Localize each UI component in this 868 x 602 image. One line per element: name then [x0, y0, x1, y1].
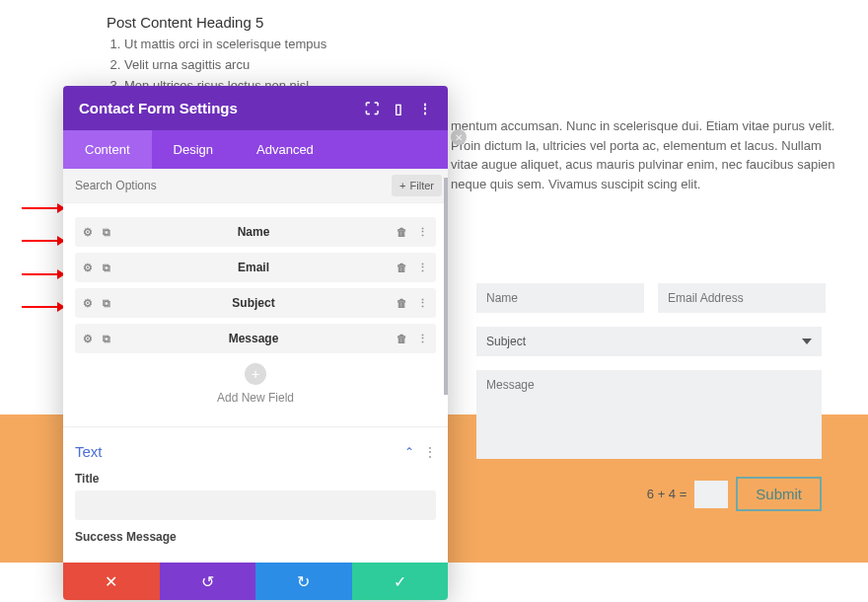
name-field[interactable]: [476, 283, 644, 313]
expand-icon[interactable]: ⛶: [365, 101, 379, 116]
cancel-button[interactable]: ✕: [63, 563, 160, 600]
chevron-down-icon: [802, 339, 812, 344]
page-content: Post Content Heading 5 Ut mattis orci in…: [0, 0, 868, 96]
panel-footer: ✕ ↺ ↻ ✓: [63, 563, 448, 600]
trash-icon[interactable]: 🗑: [397, 333, 407, 345]
list-item: Ut mattis orci in scelerisque tempus: [124, 35, 868, 55]
lorem-text: mentum accumsan. Nunc in scelerisque dui…: [451, 116, 838, 193]
trash-icon[interactable]: 🗑: [397, 262, 407, 274]
captcha-label: 6 + 4 =: [647, 487, 687, 501]
text-section-header[interactable]: Text ⌃ ⋮: [75, 443, 436, 460]
dots-icon[interactable]: ⋮: [417, 226, 428, 239]
arrow-icon: [22, 240, 63, 242]
add-field-label: Add New Field: [75, 391, 436, 405]
check-icon: ✓: [394, 572, 406, 591]
undo-button[interactable]: ↺: [160, 563, 256, 600]
field-label: Email: [110, 261, 397, 274]
dots-icon[interactable]: ⋮: [418, 101, 432, 116]
gear-icon[interactable]: ⚙: [83, 226, 93, 239]
success-message-label: Success Message: [75, 530, 436, 544]
save-button[interactable]: ✓: [352, 563, 449, 600]
subject-select[interactable]: Subject: [476, 327, 822, 356]
trash-icon[interactable]: 🗑: [397, 226, 407, 239]
field-row-name[interactable]: ⚙ ⧉ Name 🗑 ⋮: [75, 217, 436, 247]
copy-icon[interactable]: ⧉: [103, 297, 110, 310]
scrollbar[interactable]: [444, 178, 448, 395]
list-item: Velit urna sagittis arcu: [124, 55, 868, 76]
trash-icon[interactable]: 🗑: [397, 297, 407, 310]
close-icon: ✕: [105, 572, 117, 591]
field-row-subject[interactable]: ⚙ ⧉ Subject 🗑 ⋮: [75, 288, 436, 318]
redo-button[interactable]: ↻: [255, 563, 352, 600]
search-row: + Filter: [63, 169, 448, 203]
panel-title: Contact Form Settings: [79, 100, 238, 116]
dots-icon[interactable]: ⋮: [417, 262, 428, 274]
settings-panel: Contact Form Settings ⛶ ▯ ⋮ Content Desi…: [63, 86, 448, 600]
search-input[interactable]: [63, 169, 392, 202]
gear-icon[interactable]: ⚙: [83, 297, 93, 310]
subject-placeholder: Subject: [486, 335, 526, 348]
plus-icon: +: [399, 180, 405, 191]
field-label: Subject: [110, 296, 397, 310]
plus-icon[interactable]: +: [245, 363, 266, 385]
drag-icon[interactable]: ▯: [395, 101, 402, 116]
page-title: Post Content Heading 5: [107, 14, 868, 31]
title-label: Title: [75, 472, 436, 486]
dots-icon[interactable]: ⋮: [417, 333, 428, 345]
tab-content[interactable]: Content: [63, 130, 152, 169]
field-label: Message: [110, 332, 397, 345]
submit-button[interactable]: Submit: [736, 477, 822, 511]
dots-icon[interactable]: ⋮: [424, 445, 436, 459]
captcha-input[interactable]: [694, 481, 728, 508]
filter-label: Filter: [410, 180, 434, 191]
text-section-title: Text: [75, 443, 103, 460]
tab-design[interactable]: Design: [152, 130, 235, 169]
text-section: Text ⌃ ⋮ Title Success Message: [63, 437, 448, 563]
copy-icon[interactable]: ⧉: [103, 226, 110, 239]
email-field[interactable]: [658, 283, 826, 313]
title-input[interactable]: [75, 490, 436, 520]
copy-icon[interactable]: ⧉: [103, 333, 110, 345]
close-icon[interactable]: ✕: [451, 129, 467, 145]
add-field[interactable]: + Add New Field: [75, 363, 436, 405]
arrow-icon: [22, 207, 63, 209]
gear-icon[interactable]: ⚙: [83, 333, 93, 345]
divider: [63, 426, 448, 427]
redo-icon: ↻: [297, 572, 310, 591]
contact-form-preview: Subject 6 + 4 = Submit: [476, 283, 822, 511]
copy-icon[interactable]: ⧉: [103, 262, 110, 274]
gear-icon[interactable]: ⚙: [83, 262, 93, 274]
field-row-message[interactable]: ⚙ ⧉ Message 🗑 ⋮: [75, 324, 436, 353]
panel-header[interactable]: Contact Form Settings ⛶ ▯ ⋮: [63, 86, 448, 130]
fields-list: ⚙ ⧉ Name 🗑 ⋮ ⚙ ⧉ Email 🗑 ⋮ ⚙ ⧉: [63, 203, 448, 420]
arrow-icon: [22, 273, 63, 275]
message-field[interactable]: [476, 370, 822, 459]
undo-icon: ↺: [201, 572, 214, 591]
tab-advanced[interactable]: Advanced: [235, 130, 335, 169]
field-row-email[interactable]: ⚙ ⧉ Email 🗑 ⋮: [75, 253, 436, 282]
dots-icon[interactable]: ⋮: [417, 297, 428, 310]
filter-button[interactable]: + Filter: [392, 175, 442, 196]
caret-up-icon[interactable]: ⌃: [404, 445, 414, 459]
field-label: Name: [110, 225, 397, 239]
arrow-icon: [22, 306, 63, 308]
panel-tabs: Content Design Advanced: [63, 130, 448, 169]
